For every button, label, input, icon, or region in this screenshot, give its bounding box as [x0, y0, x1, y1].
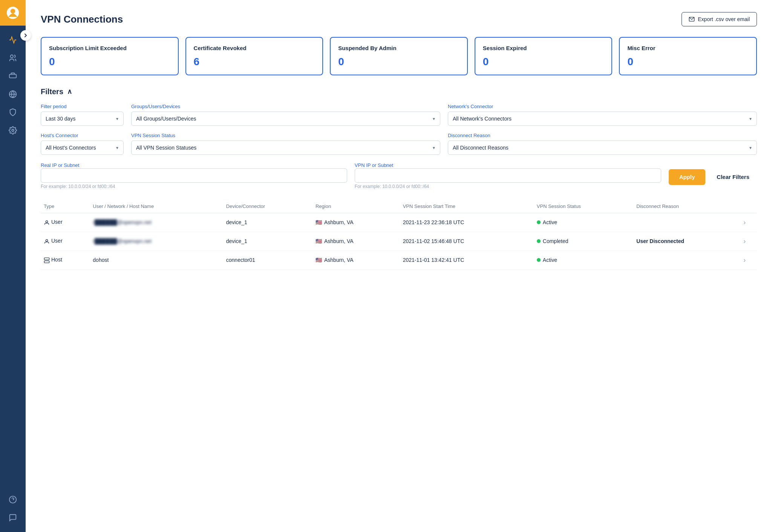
- stat-card-label: Session Expired: [483, 44, 604, 52]
- svg-point-1: [11, 9, 15, 14]
- sidebar-nav: [0, 29, 26, 142]
- sidebar-toggle[interactable]: [20, 30, 31, 41]
- row-arrow-cell[interactable]: ›: [740, 251, 757, 269]
- network-select[interactable]: All Network's Connectors: [448, 112, 757, 126]
- stat-card-value: 6: [194, 56, 315, 68]
- status-label: Active: [543, 257, 557, 263]
- disconnect-select[interactable]: All Disconnect Reasons: [448, 141, 757, 155]
- table-row[interactable]: User r██████@openvpn.net device_1 🇺🇸Ashb…: [41, 213, 757, 232]
- stat-card[interactable]: Suspended By Admin 0: [330, 37, 468, 75]
- vpn-ip-group: VPN IP or Subnet For example: 10.0.0.0/2…: [355, 162, 661, 189]
- connections-table: TypeUser / Network / Host NameDevice/Con…: [41, 200, 757, 270]
- stat-card[interactable]: Subscription Limit Exceeded 0: [41, 37, 179, 75]
- row-chevron-icon[interactable]: ›: [743, 237, 746, 245]
- real-ip-group: Real IP or Subnet For example: 10.0.0.0/…: [41, 162, 347, 189]
- export-button[interactable]: Export .csv over email: [682, 12, 757, 26]
- type-label: Host: [51, 257, 62, 263]
- sidebar-item-analytics[interactable]: [5, 32, 21, 48]
- stat-card-value: 0: [49, 56, 170, 68]
- svg-point-12: [46, 239, 47, 241]
- stat-card[interactable]: Misc Error 0: [619, 37, 757, 75]
- sidebar-item-settings[interactable]: [5, 122, 21, 139]
- apply-button[interactable]: Apply: [669, 169, 706, 185]
- filters-section: Filters ∧ Filter period Last 30 daysLast…: [41, 87, 757, 189]
- device-cell: device_1: [223, 213, 312, 232]
- stat-card-label: Subscription Limit Exceeded: [49, 44, 170, 52]
- vpn-ip-input[interactable]: [355, 168, 661, 183]
- row-chevron-icon[interactable]: ›: [743, 256, 746, 264]
- stat-card-value: 0: [483, 56, 604, 68]
- table-row[interactable]: User r██████@openvpn.net device_1 🇺🇸Ashb…: [41, 232, 757, 251]
- table-row[interactable]: Host dohost connector01 🇺🇸Ashburn, VA 20…: [41, 251, 757, 269]
- clear-filters-button[interactable]: Clear Filters: [709, 169, 757, 185]
- status-cell: Active: [534, 251, 633, 269]
- name-cell: r██████@openvpn.net: [90, 213, 223, 232]
- sidebar-item-users[interactable]: [5, 50, 21, 66]
- type-label: User: [51, 219, 63, 225]
- sidebar-item-chat[interactable]: [5, 509, 21, 526]
- sidebar-item-help[interactable]: [5, 491, 21, 508]
- logo[interactable]: [0, 0, 26, 26]
- type-cell: User: [41, 213, 90, 232]
- device-cell: device_1: [223, 232, 312, 251]
- table-header-cell: User / Network / Host Name: [90, 200, 223, 213]
- disconnect-select-wrapper: All Disconnect Reasons: [448, 141, 757, 155]
- period-label: Filter period: [41, 104, 124, 109]
- flag-icon: 🇺🇸: [316, 219, 322, 225]
- vpn-status-select-wrapper: All VPN Session StatusesActiveCompleted: [131, 141, 440, 155]
- real-ip-input[interactable]: [41, 168, 347, 183]
- stat-card-label: Suspended By Admin: [338, 44, 460, 52]
- filter-groups-group: Groups/Users/Devices All Groups/Users/De…: [131, 104, 440, 126]
- type-label: User: [51, 238, 63, 244]
- svg-rect-3: [9, 74, 16, 78]
- stat-card[interactable]: Certificate Revoked 6: [185, 37, 323, 75]
- export-btn-label: Export .csv over email: [698, 16, 750, 22]
- svg-point-7: [12, 129, 14, 131]
- host-label: Host's Connector: [41, 133, 124, 138]
- sidebar-item-vpn[interactable]: [5, 86, 21, 102]
- sidebar-item-shield[interactable]: [5, 104, 21, 121]
- period-select[interactable]: Last 30 daysLast 7 daysLast 24 hoursCust…: [41, 112, 124, 126]
- filter-disconnect-group: Disconnect Reason All Disconnect Reasons: [448, 133, 757, 155]
- row-chevron-icon[interactable]: ›: [743, 219, 746, 226]
- filter-vpn-status-group: VPN Session Status All VPN Session Statu…: [131, 133, 440, 155]
- filters-chevron-icon: ∧: [67, 87, 72, 96]
- region-cell: 🇺🇸Ashburn, VA: [312, 213, 400, 232]
- disconnect-cell: [633, 251, 740, 269]
- status-dot: [537, 239, 541, 243]
- filter-row-1: Filter period Last 30 daysLast 7 daysLas…: [41, 104, 757, 126]
- status-label: Active: [543, 219, 557, 225]
- user-name-redacted: r██████@openvpn.net: [93, 219, 151, 225]
- user-icon: [44, 220, 50, 226]
- table-header-cell: Region: [312, 200, 400, 213]
- table-header: TypeUser / Network / Host NameDevice/Con…: [41, 200, 757, 213]
- groups-select[interactable]: All Groups/Users/Devices: [131, 112, 440, 126]
- stats-row: Subscription Limit Exceeded 0 Certificat…: [41, 37, 757, 75]
- status-dot: [537, 258, 541, 262]
- table-body: User r██████@openvpn.net device_1 🇺🇸Ashb…: [41, 213, 757, 269]
- row-arrow-cell[interactable]: ›: [740, 232, 757, 251]
- real-ip-label: Real IP or Subnet: [41, 162, 79, 168]
- table-header-row: TypeUser / Network / Host NameDevice/Con…: [41, 200, 757, 213]
- status-cell: Active: [534, 213, 633, 232]
- disconnect-cell: [633, 213, 740, 232]
- flag-icon: 🇺🇸: [316, 257, 322, 263]
- vpn-ip-label: VPN IP or Subnet: [355, 162, 393, 168]
- table-header-arrow: [740, 200, 757, 213]
- svg-rect-13: [44, 258, 49, 260]
- stat-card-label: Misc Error: [627, 44, 749, 52]
- name-cell: r██████@openvpn.net: [90, 232, 223, 251]
- host-select[interactable]: All Host's Connectors: [41, 141, 124, 155]
- filter-action-buttons: Apply Clear Filters: [669, 162, 757, 185]
- row-arrow-cell[interactable]: ›: [740, 213, 757, 232]
- filter-row-3: Real IP or Subnet For example: 10.0.0.0/…: [41, 162, 757, 189]
- region-cell: 🇺🇸Ashburn, VA: [312, 232, 400, 251]
- vpn-status-select[interactable]: All VPN Session StatusesActiveCompleted: [131, 141, 440, 155]
- sidebar-item-connectors[interactable]: [5, 68, 21, 84]
- user-name: dohost: [93, 257, 109, 263]
- device-cell: connector01: [223, 251, 312, 269]
- filters-header[interactable]: Filters ∧: [41, 87, 757, 96]
- user-name-redacted: r██████@openvpn.net: [93, 238, 151, 244]
- stat-card[interactable]: Session Expired 0: [475, 37, 613, 75]
- disconnect-reason: User Disconnected: [636, 238, 684, 244]
